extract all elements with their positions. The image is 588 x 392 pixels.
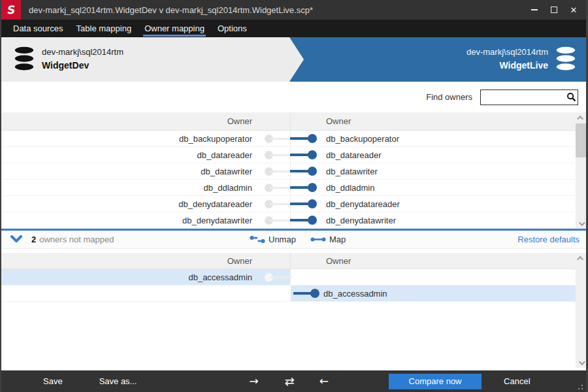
data-sources-header: dev-markj\sql2014rtm WidgetLive dev-mark… (1, 37, 586, 82)
map-right-arrow-icon[interactable]: → (249, 376, 258, 387)
map-label: Map (329, 235, 346, 244)
grid-header-row: Owner Owner (1, 253, 576, 269)
map-icon (310, 235, 326, 244)
unmapped-owners-grid: Owner Owner db_accessadmin db_accessadmi… (1, 253, 586, 368)
restore-defaults-link[interactable]: Restore defaults (517, 235, 580, 244)
tab-options[interactable]: Options (211, 20, 253, 37)
app-logo-icon: S (1, 0, 21, 20)
grid-header-row: Owner Owner (1, 112, 576, 131)
footer-bar: Save Save as... → ⇄ ← Compare now Cancel (1, 370, 586, 392)
unmapped-section-bar: 2 owners not mapped Unmap Map Restore de… (1, 229, 586, 249)
source-owner-cell: db_datareader (1, 147, 291, 163)
map-left-arrow-icon[interactable]: ← (319, 376, 329, 387)
vertical-scrollbar[interactable] (576, 112, 586, 229)
title-bar: S dev-markj_sql2014rtm.WidgetDev v dev-m… (1, 0, 586, 20)
find-owners-label: Find owners (426, 92, 472, 102)
find-owners-input[interactable] (481, 91, 564, 104)
map-button[interactable]: Map (310, 235, 346, 244)
mapped-owners-grid: Owner Owner db_backupoperator db_backupo… (1, 112, 586, 229)
target-database-name: WidgetLive (466, 59, 548, 72)
target-owner-cell: db_backupoperator (291, 131, 576, 146)
source-database-name: WidgetDev (42, 59, 123, 72)
cancel-button[interactable]: Cancel (504, 376, 530, 386)
unmap-button[interactable]: Unmap (250, 235, 296, 244)
source-owner-column-header: Owner (1, 253, 291, 269)
database-icon (13, 46, 35, 73)
resize-grip[interactable] (576, 383, 583, 389)
tab-data-sources[interactable]: Data sources (7, 20, 70, 37)
table-row[interactable]: db_backupoperator db_backupoperator (1, 131, 576, 147)
target-owner-cell: db_denydatawriter (291, 212, 576, 228)
database-icon (555, 46, 577, 73)
scroll-up-icon[interactable] (576, 253, 586, 263)
target-owner-cell: db_ddladmin (291, 180, 576, 195)
owner-mapping-slider[interactable] (265, 147, 317, 163)
target-owner-cell: db_accessadmin (291, 286, 576, 301)
owner-mapping-slider[interactable] (265, 269, 317, 286)
maximize-icon[interactable] (544, 0, 564, 20)
source-database-panel: dev-markj\sql2014rtm WidgetDev (1, 37, 304, 82)
target-owner-cell: db_datawriter (291, 163, 576, 179)
save-button[interactable]: Save (43, 376, 63, 386)
source-owner-cell: db_denydatareader (1, 196, 291, 212)
source-owner-cell: db_accessadmin (1, 269, 291, 285)
window-controls: ✕ (525, 0, 583, 20)
table-row[interactable]: db_datareader db_datareader (1, 147, 576, 163)
tab-owner-mapping[interactable]: Owner mapping (138, 20, 211, 37)
scrollbar-thumb[interactable] (576, 123, 586, 157)
target-owner-label: db_accessadmin (323, 289, 387, 299)
table-row[interactable]: db_denydatareader db_denydatareader (1, 196, 576, 212)
vertical-scrollbar[interactable] (576, 253, 586, 368)
find-owners-row: Find owners (1, 82, 586, 112)
tab-table-mapping[interactable]: Table mapping (70, 20, 139, 37)
table-row[interactable]: db_datawriter db_datawriter (1, 163, 576, 180)
source-owner-cell: db_denydatawriter (1, 212, 291, 228)
compare-now-button[interactable]: Compare now (389, 374, 482, 389)
target-server-name: dev-markj\sql2014rtm (466, 46, 548, 59)
target-owner-cell (291, 269, 576, 285)
app-window: S dev-markj_sql2014rtm.WidgetDev v dev-m… (0, 0, 588, 392)
target-owner-cell: db_datareader (291, 147, 576, 163)
table-row[interactable]: db_ddladmin db_ddladmin (1, 180, 576, 196)
unmapped-count: 2 (31, 235, 36, 244)
source-owner-cell (1, 286, 291, 301)
target-owner-column-header: Owner (291, 112, 576, 130)
unmap-icon (250, 235, 265, 244)
owner-mapping-slider[interactable] (265, 180, 317, 196)
target-owner-column-header: Owner (291, 253, 576, 269)
source-owner-cell: db_datawriter (1, 163, 291, 179)
unmap-label: Unmap (269, 235, 296, 244)
table-row[interactable]: db_accessadmin (1, 269, 576, 286)
owner-mapping-slider[interactable] (293, 286, 319, 302)
tab-bar: Data sources Table mapping Owner mapping… (1, 20, 586, 37)
save-as-button[interactable]: Save as... (99, 376, 137, 386)
source-owner-cell: db_backupoperator (1, 131, 291, 146)
target-database-panel: dev-markj\sql2014rtm WidgetLive (466, 37, 586, 82)
minimize-icon[interactable] (525, 0, 544, 20)
find-owners-searchbox (480, 90, 578, 105)
scroll-up-icon[interactable] (576, 112, 586, 123)
owner-mapping-slider[interactable] (265, 212, 317, 229)
owner-mapping-slider[interactable] (265, 163, 317, 180)
unmapped-count-label: owners not mapped (39, 235, 114, 244)
table-row[interactable]: db_denydatawriter db_denydatawriter (1, 212, 576, 229)
scroll-down-icon[interactable] (576, 218, 586, 229)
target-owner-cell: db_denydatareader (291, 196, 576, 212)
swap-arrows-icon[interactable]: ⇄ (285, 376, 295, 387)
owner-mapping-slider[interactable] (265, 131, 317, 147)
collapse-section-icon[interactable] (9, 235, 24, 244)
source-owner-cell: db_ddladmin (1, 180, 291, 195)
owner-mapping-slider[interactable] (265, 196, 317, 212)
search-icon[interactable] (564, 91, 578, 104)
scroll-down-icon[interactable] (576, 357, 586, 368)
source-owner-column-header: Owner (1, 112, 291, 130)
window-title: dev-markj_sql2014rtm.WidgetDev v dev-mar… (29, 5, 525, 15)
close-icon[interactable]: ✕ (564, 0, 583, 20)
table-row[interactable]: db_accessadmin (1, 286, 576, 302)
source-server-name: dev-markj\sql2014rtm (42, 46, 123, 59)
